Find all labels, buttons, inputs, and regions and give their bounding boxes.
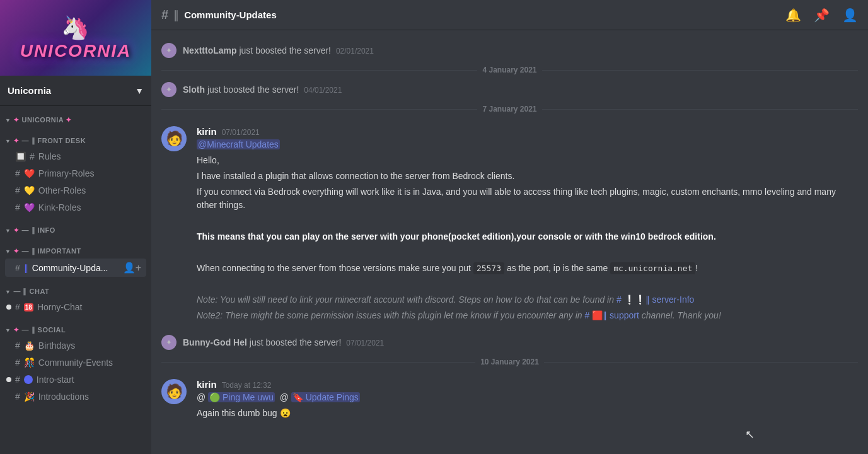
message-content-kirin-1: kirin 07/01/2021 @Minecraft Updates Hell… xyxy=(197,126,858,325)
channel-item-community-updates[interactable]: # ∥ Community-Upda... 👤+ xyxy=(5,259,146,277)
hash-symbol: # xyxy=(15,202,20,212)
message-header-2: kirin Today at 12:32 xyxy=(197,379,858,390)
birthday-icon: 🎂 xyxy=(24,340,35,351)
hash-symbol: # xyxy=(15,392,20,402)
message-timestamp: 07/01/2021 xyxy=(222,128,260,137)
avatar-kirin: 🧑 xyxy=(161,126,187,151)
category-important-label: ✦ — ∥ IMPORTANT xyxy=(13,247,81,255)
boost-text: NextttoLamp just boosted the server! 02/… xyxy=(183,45,374,55)
ip-code: mc.unicornia.net xyxy=(610,262,695,274)
boost-username: Bunny-God Hel xyxy=(183,337,247,347)
channel-name-other-roles: Other-Roles xyxy=(38,185,141,195)
boost-icon: ✦ xyxy=(161,43,176,58)
category-chat[interactable]: ▼ — ∥ CHAT xyxy=(0,277,151,298)
category-social[interactable]: ▼ ✦ — ∥ SOCIAL xyxy=(0,316,151,337)
channel-name-introductions: Introductions xyxy=(38,392,141,402)
mention-minecraft-updates[interactable]: @Minecraft Updates xyxy=(197,139,280,149)
category-chat-label: — ∥ CHAT xyxy=(13,288,49,296)
unicorn-icon: 🦄 xyxy=(20,15,132,41)
heart-icon: ❤️ xyxy=(24,168,35,178)
channel-item-other-roles[interactable]: # 💛 Other-Roles xyxy=(5,182,146,199)
channel-name-community-updates: Community-Upda... xyxy=(32,263,119,273)
server-dropdown-arrow: ▼ xyxy=(135,86,144,96)
server-header[interactable]: Unicornia ▼ xyxy=(0,76,151,106)
boost-text: Bunny-God Hel just boosted the server! 0… xyxy=(183,337,384,347)
channel-hash-icon: # xyxy=(161,8,168,22)
category-front-desk-label: ✦ — ∥ FRONT DESK xyxy=(13,137,86,145)
channel-name-birthdays: Birthdays xyxy=(38,340,141,351)
channel-list: ▼ ✦ UNICORNIA ✦ ▼ ✦ — ∥ FRONT DESK 🔲 # R… xyxy=(0,106,151,454)
channel-item-birthdays[interactable]: # 🎂 Birthdays xyxy=(5,337,146,354)
category-social-label: ✦ — ∥ SOCIAL xyxy=(13,326,66,334)
channel-item-primary-roles[interactable]: # ❤️ Primary-Roles xyxy=(5,165,146,182)
hash-symbol: # xyxy=(15,340,20,351)
date-divider-7jan: 7 January 2021 xyxy=(151,100,868,119)
avatar-kirin-2: 🧑 xyxy=(161,379,187,404)
hash-symbol: # xyxy=(15,302,20,312)
boost-message-bunny: ✦ Bunny-God Hel just boosted the server!… xyxy=(151,332,868,352)
unread-indicator xyxy=(6,305,11,310)
boost-message-sloth: ✦ Sloth just boosted the server! 04/01/2… xyxy=(151,79,868,100)
message-author-kirin-2: kirin xyxy=(197,379,217,390)
channel-name-intro-start: Intro-start xyxy=(37,375,141,385)
category-info-label: ✦ — ∥ INFO xyxy=(13,226,55,235)
boost-message-nexttolamp: ✦ NextttoLamp just boosted the server! 0… xyxy=(151,40,868,61)
hash-symbol: # xyxy=(15,358,20,368)
boost-icon: ✦ xyxy=(161,82,176,97)
hash-symbol: # xyxy=(15,185,20,195)
boost-date: 02/01/2021 xyxy=(336,47,374,55)
header-icons: 🔔 📌 👤 xyxy=(785,8,858,23)
boost-text: Sloth just boosted the server! 04/01/202… xyxy=(183,84,342,95)
nsfw-icon: 18 xyxy=(24,303,33,311)
date-label: 4 January 2021 xyxy=(482,66,536,74)
message-author-kirin: kirin xyxy=(197,126,217,137)
message-body-kirin-2: @ 🟢 Ping Me uwu @ 🔖 Update Pings Again t… xyxy=(197,391,858,420)
boost-date: 07/01/2021 xyxy=(346,339,384,347)
channel-header: # ∥ Community-Updates 🔔 📌 👤 xyxy=(151,0,868,30)
note2: Note2: There might be some permission is… xyxy=(197,310,585,320)
channel-item-kink-roles[interactable]: # 💜 Kink-Roles xyxy=(5,199,146,216)
channel-item-horny-chat[interactable]: # 18 Horny-Chat xyxy=(5,299,146,315)
mention-ping-me[interactable]: 🟢 Ping Me uwu xyxy=(208,392,275,402)
message-header: kirin 07/01/2021 xyxy=(197,126,858,137)
boost-icon: ✦ xyxy=(161,335,176,350)
add-member-icon[interactable]: 👤+ xyxy=(123,262,141,274)
channel-item-community-events[interactable]: # 🎊 Community-Events xyxy=(5,354,146,371)
channel-name-horny-chat: Horny-Chat xyxy=(37,302,141,312)
hash-symbol: # xyxy=(15,263,20,273)
events-icon: 🎊 xyxy=(24,358,35,368)
pin-icon[interactable]: 📌 xyxy=(814,8,830,23)
channel-item-intro-start[interactable]: # Intro-start xyxy=(5,371,146,388)
message-content-kirin-2: kirin Today at 12:32 @ 🟢 Ping Me uwu @ 🔖… xyxy=(197,379,858,422)
mention-update-pings[interactable]: 🔖 Update Pings xyxy=(291,392,360,402)
channel-name-kink-roles: Kink-Roles xyxy=(38,202,141,212)
note1: Note: You will still need to link your m… xyxy=(197,294,616,305)
message-timestamp-2: Today at 12:32 xyxy=(222,381,272,390)
hash-symbol: # xyxy=(15,168,20,178)
members-icon[interactable]: 👤 xyxy=(842,8,858,23)
server-info-link[interactable]: # ❕❕∥ server-Info xyxy=(616,294,694,305)
blue-circle-icon xyxy=(24,375,33,384)
category-front-desk[interactable]: ▼ ✦ — ∥ FRONT DESK xyxy=(0,127,151,148)
date-label: 10 January 2021 xyxy=(480,358,539,366)
message-kirin-2: 🧑 kirin Today at 12:32 @ 🟢 Ping Me uwu @… xyxy=(151,371,868,425)
main-content: # ∥ Community-Updates 🔔 📌 👤 ✦ NextttoLam… xyxy=(151,0,868,454)
unread-indicator xyxy=(6,377,11,382)
date-label: 7 January 2021 xyxy=(482,105,536,114)
channel-item-introductions[interactable]: # 🎉 Introductions xyxy=(5,388,146,405)
category-unicornia[interactable]: ▼ ✦ UNICORNIA ✦ xyxy=(0,106,151,127)
category-info[interactable]: ▼ ✦ — ∥ INFO xyxy=(0,216,151,237)
category-important[interactable]: ▼ ✦ — ∥ IMPORTANT xyxy=(0,237,151,258)
channel-item-rules[interactable]: 🔲 # Rules xyxy=(5,148,146,165)
boost-date: 04/01/2021 xyxy=(304,86,342,95)
channel-name-primary-roles: Primary-Roles xyxy=(38,168,141,178)
port-code: 25573 xyxy=(473,262,504,274)
date-divider-4jan: 4 January 2021 xyxy=(151,61,868,79)
bold-message: This means that you can play on the serv… xyxy=(197,231,716,242)
boost-username: Sloth xyxy=(183,84,205,95)
server-name: Unicornia xyxy=(8,85,51,96)
support-link[interactable]: # 🟥∥ support xyxy=(585,310,639,320)
heart-icon: 💜 xyxy=(24,202,35,212)
bell-icon[interactable]: 🔔 xyxy=(785,8,801,23)
message-kirin-1: 🧑 kirin 07/01/2021 @Minecraft Updates He… xyxy=(151,119,868,327)
